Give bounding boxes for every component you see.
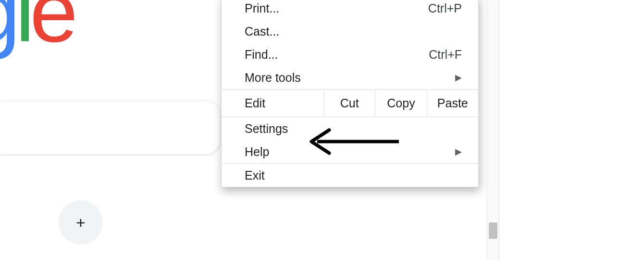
menu-item-label: Cast... — [245, 25, 279, 39]
chrome-context-menu: Print... Ctrl+P Cast... Find... Ctrl+F M… — [221, 0, 479, 187]
menu-item-label: Settings — [245, 122, 288, 136]
logo-letter-e: e — [30, 0, 73, 61]
menu-item-settings[interactable]: Settings — [222, 117, 478, 140]
scrollbar-thumb[interactable] — [489, 222, 497, 239]
submenu-arrow-icon: ▶ — [455, 72, 462, 83]
search-box-partial[interactable] — [0, 101, 220, 154]
menu-item-help[interactable]: Help ▶ — [222, 140, 478, 163]
menu-item-shortcut: Ctrl+P — [428, 1, 462, 15]
edit-copy-button[interactable]: Copy — [375, 90, 426, 117]
menu-item-exit[interactable]: Exit — [222, 164, 478, 187]
submenu-arrow-icon: ▶ — [455, 146, 462, 157]
edit-paste-button[interactable]: Paste — [427, 90, 478, 117]
menu-item-find[interactable]: Find... Ctrl+F — [222, 43, 478, 66]
menu-item-cast[interactable]: Cast... — [222, 20, 478, 43]
page-root: gle + Print... Ctrl+P Cast... Find... Ct… — [0, 0, 644, 260]
logo-letter-g: g — [0, 0, 15, 61]
menu-item-label: Print... — [245, 1, 279, 15]
menu-item-print[interactable]: Print... Ctrl+P — [222, 0, 478, 20]
menu-edit-label: Edit — [222, 90, 323, 117]
right-gutter — [499, 0, 644, 260]
scrollbar-border — [487, 0, 487, 260]
logo-letter-l: l — [15, 0, 30, 61]
menu-item-more-tools[interactable]: More tools ▶ — [222, 66, 478, 89]
plus-icon: + — [76, 213, 86, 232]
menu-item-label: Find... — [245, 48, 278, 62]
menu-item-label: Exit — [245, 169, 265, 182]
menu-item-label: Help — [245, 145, 269, 159]
edit-cut-button[interactable]: Cut — [323, 90, 375, 117]
add-shortcut-button[interactable]: + — [59, 200, 103, 245]
google-logo-partial: gle — [0, 0, 73, 61]
menu-edit-row: Edit Cut Copy Paste — [222, 89, 478, 117]
menu-item-label: More tools — [245, 71, 301, 85]
menu-item-shortcut: Ctrl+F — [429, 48, 462, 62]
gutter-separator — [499, 0, 499, 260]
scrollbar-track[interactable] — [487, 0, 499, 260]
